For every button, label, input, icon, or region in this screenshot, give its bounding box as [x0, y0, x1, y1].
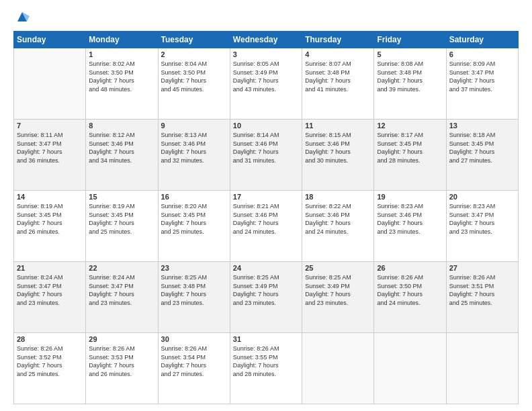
calendar-cell: 16Sunrise: 8:20 AM Sunset: 3:45 PM Dayli…	[158, 191, 230, 262]
day-number: 15	[89, 193, 154, 201]
day-number: 23	[161, 264, 227, 272]
day-number: 8	[89, 122, 154, 130]
cell-info: Sunrise: 8:13 AM Sunset: 3:46 PM Dayligh…	[161, 131, 227, 165]
cell-info: Sunrise: 8:23 AM Sunset: 3:47 PM Dayligh…	[449, 202, 515, 236]
day-number: 9	[161, 122, 227, 130]
calendar-cell: 26Sunrise: 8:26 AM Sunset: 3:50 PM Dayli…	[374, 262, 446, 333]
calendar-cell	[14, 48, 86, 120]
cell-info: Sunrise: 8:26 AM Sunset: 3:54 PM Dayligh…	[161, 345, 227, 378]
day-number: 31	[233, 335, 299, 343]
cell-info: Sunrise: 8:12 AM Sunset: 3:46 PM Dayligh…	[89, 131, 154, 165]
day-number: 30	[161, 335, 227, 343]
weekday-header-row: SundayMondayTuesdayWednesdayThursdayFrid…	[14, 32, 519, 48]
cell-info: Sunrise: 8:26 AM Sunset: 3:51 PM Dayligh…	[449, 273, 515, 307]
cell-info: Sunrise: 8:14 AM Sunset: 3:46 PM Dayligh…	[233, 131, 299, 165]
cell-info: Sunrise: 8:26 AM Sunset: 3:55 PM Dayligh…	[233, 345, 299, 378]
day-number: 19	[377, 193, 443, 201]
calendar-cell: 28Sunrise: 8:26 AM Sunset: 3:52 PM Dayli…	[14, 333, 86, 404]
cell-info: Sunrise: 8:15 AM Sunset: 3:46 PM Dayligh…	[305, 131, 371, 165]
weekday-tuesday: Tuesday	[158, 32, 230, 48]
calendar-cell: 3Sunrise: 8:05 AM Sunset: 3:49 PM Daylig…	[230, 48, 302, 120]
logo-icon	[15, 9, 30, 24]
day-number: 1	[89, 50, 154, 58]
day-number: 7	[17, 122, 83, 130]
calendar-cell: 18Sunrise: 8:22 AM Sunset: 3:46 PM Dayli…	[302, 191, 374, 262]
calendar-cell: 17Sunrise: 8:21 AM Sunset: 3:46 PM Dayli…	[230, 191, 302, 262]
week-row-4: 28Sunrise: 8:26 AM Sunset: 3:52 PM Dayli…	[14, 333, 519, 404]
cell-info: Sunrise: 8:24 AM Sunset: 3:47 PM Dayligh…	[89, 273, 154, 307]
cell-info: Sunrise: 8:19 AM Sunset: 3:45 PM Dayligh…	[89, 202, 154, 236]
day-number: 13	[449, 122, 515, 130]
calendar-cell: 23Sunrise: 8:25 AM Sunset: 3:48 PM Dayli…	[158, 262, 230, 333]
day-number: 22	[89, 264, 154, 272]
calendar-cell: 15Sunrise: 8:19 AM Sunset: 3:45 PM Dayli…	[86, 191, 158, 262]
cell-info: Sunrise: 8:24 AM Sunset: 3:47 PM Dayligh…	[17, 273, 83, 307]
cell-info: Sunrise: 8:04 AM Sunset: 3:50 PM Dayligh…	[161, 60, 227, 93]
day-number: 4	[305, 50, 371, 58]
weekday-sunday: Sunday	[14, 32, 86, 48]
day-number: 27	[449, 264, 515, 272]
cell-info: Sunrise: 8:18 AM Sunset: 3:45 PM Dayligh…	[449, 131, 515, 165]
day-number: 14	[17, 193, 83, 201]
calendar-cell: 4Sunrise: 8:07 AM Sunset: 3:48 PM Daylig…	[302, 48, 374, 120]
day-number: 6	[449, 50, 515, 58]
weekday-monday: Monday	[86, 32, 158, 48]
calendar-cell: 24Sunrise: 8:25 AM Sunset: 3:49 PM Dayli…	[230, 262, 302, 333]
week-row-2: 14Sunrise: 8:19 AM Sunset: 3:45 PM Dayli…	[14, 191, 519, 262]
calendar-cell	[302, 333, 374, 404]
calendar-cell	[446, 333, 518, 404]
cell-info: Sunrise: 8:21 AM Sunset: 3:46 PM Dayligh…	[233, 202, 299, 236]
cell-info: Sunrise: 8:17 AM Sunset: 3:45 PM Dayligh…	[377, 131, 443, 165]
calendar-cell: 25Sunrise: 8:25 AM Sunset: 3:49 PM Dayli…	[302, 262, 374, 333]
day-number: 16	[161, 193, 227, 201]
day-number: 3	[233, 50, 299, 58]
day-number: 10	[233, 122, 299, 130]
calendar-cell: 27Sunrise: 8:26 AM Sunset: 3:51 PM Dayli…	[446, 262, 518, 333]
calendar-cell: 9Sunrise: 8:13 AM Sunset: 3:46 PM Daylig…	[158, 120, 230, 191]
calendar-cell: 1Sunrise: 8:02 AM Sunset: 3:50 PM Daylig…	[86, 48, 158, 120]
day-number: 17	[233, 193, 299, 201]
cell-info: Sunrise: 8:02 AM Sunset: 3:50 PM Dayligh…	[89, 60, 154, 93]
calendar-cell: 31Sunrise: 8:26 AM Sunset: 3:55 PM Dayli…	[230, 333, 302, 404]
calendar-cell: 30Sunrise: 8:26 AM Sunset: 3:54 PM Dayli…	[158, 333, 230, 404]
calendar-cell: 2Sunrise: 8:04 AM Sunset: 3:50 PM Daylig…	[158, 48, 230, 120]
weekday-friday: Friday	[374, 32, 446, 48]
calendar-cell: 7Sunrise: 8:11 AM Sunset: 3:47 PM Daylig…	[14, 120, 86, 191]
cell-info: Sunrise: 8:20 AM Sunset: 3:45 PM Dayligh…	[161, 202, 227, 236]
day-number: 21	[17, 264, 83, 272]
cell-info: Sunrise: 8:26 AM Sunset: 3:52 PM Dayligh…	[17, 345, 83, 378]
calendar-cell: 29Sunrise: 8:26 AM Sunset: 3:53 PM Dayli…	[86, 333, 158, 404]
cell-info: Sunrise: 8:26 AM Sunset: 3:50 PM Dayligh…	[377, 273, 443, 307]
cell-info: Sunrise: 8:09 AM Sunset: 3:47 PM Dayligh…	[449, 60, 515, 93]
day-number: 24	[233, 264, 299, 272]
day-number: 28	[17, 335, 83, 343]
day-number: 11	[305, 122, 371, 130]
cell-info: Sunrise: 8:07 AM Sunset: 3:48 PM Dayligh…	[305, 60, 371, 93]
header	[13, 12, 519, 24]
calendar-cell	[374, 333, 446, 404]
cell-info: Sunrise: 8:11 AM Sunset: 3:47 PM Dayligh…	[17, 131, 83, 165]
logo	[13, 12, 30, 24]
calendar-cell: 21Sunrise: 8:24 AM Sunset: 3:47 PM Dayli…	[14, 262, 86, 333]
day-number: 29	[89, 335, 154, 343]
calendar-cell: 13Sunrise: 8:18 AM Sunset: 3:45 PM Dayli…	[446, 120, 518, 191]
day-number: 2	[161, 50, 227, 58]
calendar-cell: 14Sunrise: 8:19 AM Sunset: 3:45 PM Dayli…	[14, 191, 86, 262]
weekday-thursday: Thursday	[302, 32, 374, 48]
day-number: 20	[449, 193, 515, 201]
weekday-wednesday: Wednesday	[230, 32, 302, 48]
cell-info: Sunrise: 8:25 AM Sunset: 3:49 PM Dayligh…	[305, 273, 371, 307]
calendar-cell: 5Sunrise: 8:08 AM Sunset: 3:48 PM Daylig…	[374, 48, 446, 120]
cell-info: Sunrise: 8:05 AM Sunset: 3:49 PM Dayligh…	[233, 60, 299, 93]
calendar-cell: 22Sunrise: 8:24 AM Sunset: 3:47 PM Dayli…	[86, 262, 158, 333]
day-number: 18	[305, 193, 371, 201]
calendar-cell: 11Sunrise: 8:15 AM Sunset: 3:46 PM Dayli…	[302, 120, 374, 191]
cell-info: Sunrise: 8:26 AM Sunset: 3:53 PM Dayligh…	[89, 345, 154, 378]
calendar-cell: 10Sunrise: 8:14 AM Sunset: 3:46 PM Dayli…	[230, 120, 302, 191]
page: SundayMondayTuesdayWednesdayThursdayFrid…	[0, 0, 532, 411]
cell-info: Sunrise: 8:25 AM Sunset: 3:48 PM Dayligh…	[161, 273, 227, 307]
calendar-cell: 20Sunrise: 8:23 AM Sunset: 3:47 PM Dayli…	[446, 191, 518, 262]
calendar-cell: 12Sunrise: 8:17 AM Sunset: 3:45 PM Dayli…	[374, 120, 446, 191]
calendar-cell: 6Sunrise: 8:09 AM Sunset: 3:47 PM Daylig…	[446, 48, 518, 120]
calendar-table: SundayMondayTuesdayWednesdayThursdayFrid…	[13, 31, 519, 404]
